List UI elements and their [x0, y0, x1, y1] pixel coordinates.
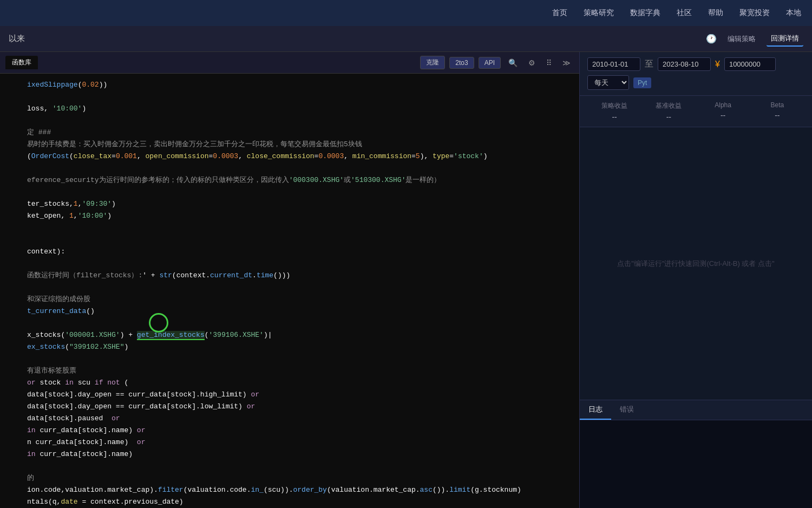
hint-area: 点击"编译运行"进行快速回测(Ctrl-Alt-B) 或者 点击"	[580, 127, 812, 400]
code-line: in curr_data[stock].name) or	[0, 425, 579, 437]
nav-data-dict[interactable]: 数据字典	[630, 8, 660, 18]
nav-community[interactable]: 社区	[677, 8, 692, 18]
stat-benchmark: 基准收益 --	[641, 101, 696, 121]
code-line: n curr_data[stock].name) or	[0, 437, 579, 448]
stat-alpha: Alpha --	[696, 101, 750, 121]
code-line: 有退市标签股票	[0, 365, 579, 377]
code-line: 函数运行时间（filter_stocks）:' + str(context.cu…	[0, 270, 579, 282]
code-line: ntals(q,date = context.previous_date)	[0, 496, 579, 508]
stat-strategy: 策略收益 --	[587, 101, 641, 121]
nav-help[interactable]: 帮助	[708, 8, 723, 18]
code-line: 和深证综指的成份股	[0, 294, 579, 305]
clone-btn[interactable]: 克隆	[420, 56, 445, 69]
end-date-input[interactable]	[658, 57, 711, 71]
nav-home[interactable]: 首页	[552, 8, 567, 18]
code-line: t_current_data()	[0, 305, 579, 317]
strategy-label: 策略收益	[587, 101, 641, 110]
stats-row: 策略收益 -- 基准收益 -- Alpha -- Beta --	[580, 96, 812, 127]
code-line	[0, 460, 579, 472]
code-line: 易时的手续费是：买入时佣金万分之三，卖出时佣金万分之三加千分之一印花税，每笔交易…	[0, 139, 579, 151]
code-line: data[stock].day_open == curr_data[stock]…	[0, 401, 579, 413]
main-layout: 函数库 克隆 2to3 API 🔍 ⚙ ⠿ ≫ ixedSlippage(0.0…	[0, 52, 812, 508]
code-line	[0, 258, 579, 270]
page-title: 以来	[9, 34, 706, 44]
expand-icon[interactable]: ≫	[559, 57, 574, 68]
code-line: (OrderCost(close_tax=0.001, open_commiss…	[0, 151, 579, 162]
2to3-btn[interactable]: 2to3	[449, 57, 474, 69]
code-line: eference_security为运行时间的参考标的；传入的标的只做种类区分，…	[0, 174, 579, 186]
code-line-highlighted: x_stocks('000001.XSHG') + get_index_stoc…	[0, 329, 579, 341]
code-panel: 函数库 克隆 2to3 API 🔍 ⚙ ⠿ ≫ ixedSlippage(0.0…	[0, 52, 579, 508]
py-badge: Pyt	[633, 77, 651, 88]
header-actions: 🕐 编辑策略 回测详情	[706, 31, 803, 47]
frequency-select[interactable]: 每天 每分钟 每周	[587, 75, 629, 90]
grid-icon[interactable]: ⠿	[543, 57, 555, 68]
log-tab-error[interactable]: 错误	[611, 400, 643, 420]
search-icon[interactable]: 🔍	[505, 57, 521, 68]
code-line	[0, 353, 579, 365]
editor-tab-functions[interactable]: 函数库	[5, 56, 38, 69]
code-line: 定 ###	[0, 127, 579, 139]
code-line: or stock in scu if not (	[0, 377, 579, 389]
code-line	[0, 162, 579, 174]
nav-local[interactable]: 本地	[786, 8, 801, 18]
code-line: ex_stocks("399102.XSHE")	[0, 341, 579, 353]
alpha-label: Alpha	[696, 101, 750, 109]
stat-beta: Beta --	[750, 101, 804, 121]
log-tabs: 日志 错误	[580, 400, 812, 420]
code-line: 的	[0, 472, 579, 484]
code-line	[0, 234, 579, 246]
code-line: in curr_data[stock].name)	[0, 448, 579, 460]
code-line: ixedSlippage(0.02))	[0, 79, 579, 91]
beta-label: Beta	[750, 101, 804, 109]
benchmark-value: --	[641, 113, 696, 121]
hint-text: 点击"编译运行"进行快速回测(Ctrl-Alt-B) 或者 点击"	[617, 257, 774, 270]
nav-strategy[interactable]: 策略研究	[584, 8, 614, 18]
amount-input[interactable]	[724, 57, 776, 71]
clock-icon: 🕐	[706, 34, 717, 44]
code-line: ion.code,valuation.market_cap).filter(va…	[0, 484, 579, 496]
backtest-controls: 至 ¥ 每天 每分钟 每周 Pyt	[580, 52, 812, 96]
code-line	[0, 317, 579, 329]
code-line	[0, 282, 579, 294]
code-line: ter_stocks,1,'09:30')	[0, 198, 579, 210]
code-line: data[stock].paused or	[0, 413, 579, 425]
api-btn[interactable]: API	[479, 57, 501, 69]
code-line: loss, '10:00')	[0, 103, 579, 115]
start-date-input[interactable]	[587, 57, 640, 71]
strategy-value: --	[587, 113, 641, 121]
yuan-icon: ¥	[715, 60, 720, 69]
code-line	[0, 186, 579, 198]
editor-toolbar: 函数库 克隆 2to3 API 🔍 ⚙ ⠿ ≫	[0, 52, 579, 74]
code-line: ket_open, 1,'10:00')	[0, 210, 579, 222]
beta-value: --	[750, 111, 804, 120]
log-content[interactable]	[580, 420, 812, 508]
sub-header: 以来 🕐 编辑策略 回测详情	[0, 26, 812, 52]
nav-jukuan[interactable]: 聚宽投资	[739, 8, 770, 18]
settings-icon[interactable]: ⚙	[525, 57, 539, 68]
code-line	[0, 115, 579, 127]
backtest-detail-btn[interactable]: 回测详情	[767, 31, 803, 47]
benchmark-label: 基准收益	[641, 101, 696, 110]
code-line	[0, 91, 579, 103]
code-editor-area[interactable]: ixedSlippage(0.02)) loss, '10:00') 定 ###…	[0, 74, 579, 508]
right-panel: 至 ¥ 每天 每分钟 每周 Pyt 策略收益 -- 基准收益 -- Alpha	[579, 52, 812, 508]
log-tab-log[interactable]: 日志	[580, 400, 611, 420]
top-navigation: 首页 策略研究 数据字典 社区 帮助 聚宽投资 本地	[0, 0, 812, 26]
code-line	[0, 222, 579, 234]
edit-strategy-btn[interactable]: 编辑策略	[723, 32, 760, 46]
code-line: data[stock].day_open == curr_data[stock]…	[0, 389, 579, 401]
code-line: context):	[0, 246, 579, 258]
date-separator: 至	[645, 58, 653, 70]
log-section: 日志 错误	[580, 400, 812, 508]
alpha-value: --	[696, 111, 750, 120]
